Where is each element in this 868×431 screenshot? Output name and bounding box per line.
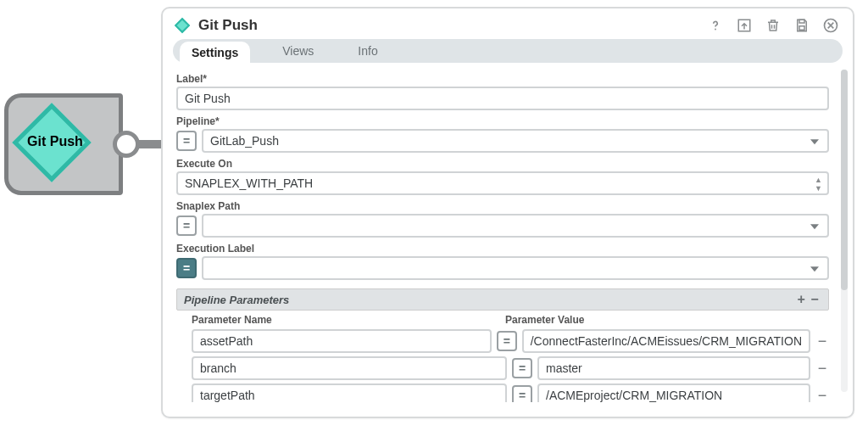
parameter-name-header: Parameter Name	[192, 314, 505, 326]
help-icon[interactable]	[707, 17, 724, 34]
svg-rect-3	[799, 26, 804, 31]
tab-views[interactable]: Views	[270, 41, 326, 61]
export-icon[interactable]	[736, 17, 753, 34]
execute-on-select[interactable]: SNAPLEX_WITH_PATH ▲▼	[176, 171, 829, 195]
settings-dialog: Git Push Settings	[161, 7, 854, 418]
parameter-value-header: Parameter Value	[505, 314, 826, 326]
dialog-header: Git Push	[163, 8, 853, 39]
parameter-name-input[interactable]: assetPath	[192, 329, 492, 353]
field-snaplex-path: Snaplex Path =	[176, 200, 829, 238]
execution-label-expression-toggle[interactable]: =	[176, 258, 197, 278]
label-input[interactable]: Git Push	[176, 87, 829, 110]
field-snaplex-path-caption: Snaplex Path	[176, 200, 829, 212]
execution-label-select[interactable]	[202, 256, 829, 280]
field-pipeline-caption: Pipeline*	[176, 115, 829, 127]
snaplex-path-select[interactable]	[202, 214, 829, 238]
scrollbar-thumb[interactable]	[841, 70, 848, 290]
node-output-port[interactable]	[113, 131, 140, 158]
pipeline-expression-toggle[interactable]: =	[176, 131, 197, 151]
parameter-row: assetPath=/ConnectFasterInc/ACMEissues/C…	[176, 329, 829, 353]
parameter-value-expression-toggle[interactable]: =	[497, 331, 517, 351]
snaplex-path-expression-toggle[interactable]: =	[176, 216, 197, 236]
svg-point-0	[715, 29, 716, 31]
dialog-body: Label* Git Push Pipeline* = GitLab_Push …	[163, 63, 853, 402]
parameter-value-input[interactable]: master	[537, 356, 810, 380]
field-pipeline: Pipeline* = GitLab_Push	[176, 115, 829, 153]
remove-row-button[interactable]: −	[815, 333, 829, 350]
remove-parameter-button[interactable]: −	[808, 292, 821, 307]
pipeline-node[interactable]: Git Push	[4, 93, 157, 195]
remove-row-button[interactable]: −	[815, 387, 829, 403]
spinner-icon[interactable]: ▲▼	[815, 176, 822, 193]
add-parameter-button[interactable]: +	[794, 292, 808, 307]
svg-rect-2	[799, 20, 804, 23]
parameter-value-input[interactable]: /ConnectFasterInc/ACMEissues/CRM_MIGRATI…	[522, 329, 810, 353]
tab-settings[interactable]: Settings	[180, 42, 250, 63]
tab-info[interactable]: Info	[346, 41, 389, 61]
remove-row-button[interactable]: −	[815, 360, 829, 378]
field-label-caption: Label*	[176, 73, 829, 85]
parameter-value-expression-toggle[interactable]: =	[512, 385, 532, 402]
parameter-value-expression-toggle[interactable]: =	[512, 358, 532, 378]
parameter-value-input[interactable]: /ACMEproject/CRM_MIGRATION	[537, 383, 810, 402]
field-execute-on: Execute On SNAPLEX_WITH_PATH ▲▼	[176, 158, 829, 195]
field-execute-on-caption: Execute On	[176, 158, 829, 170]
scrollbar[interactable]	[841, 70, 848, 392]
dialog-type-icon	[175, 18, 190, 33]
parameter-column-headers: Parameter Name Parameter Value	[176, 314, 829, 326]
parameter-row: targetPath=/ACMEproject/CRM_MIGRATION−	[176, 383, 829, 402]
delete-icon[interactable]	[765, 17, 782, 34]
parameter-name-input[interactable]: targetPath	[192, 383, 507, 402]
parameter-row: branch=master−	[176, 356, 829, 380]
field-label: Label* Git Push	[176, 73, 829, 110]
tab-bar: Settings Views Info	[173, 39, 843, 63]
field-execution-label: Execution Label =	[176, 243, 829, 280]
pipeline-select[interactable]: GitLab_Push	[202, 129, 829, 153]
node-label: Git Push	[16, 134, 94, 149]
field-execution-label-caption: Execution Label	[176, 243, 829, 255]
parameter-name-input[interactable]: branch	[192, 356, 507, 380]
save-icon[interactable]	[793, 17, 810, 34]
close-icon[interactable]	[822, 17, 839, 34]
pipeline-parameters-header: Pipeline Parameters + −	[176, 288, 829, 311]
pipeline-parameters-title: Pipeline Parameters	[184, 294, 289, 306]
dialog-title: Git Push	[198, 17, 707, 34]
